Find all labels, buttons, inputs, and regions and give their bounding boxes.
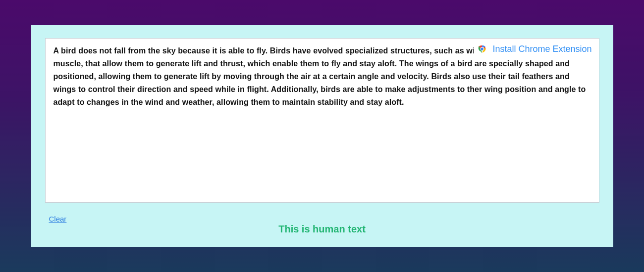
install-extension-button[interactable]: Install Chrome Extension [474,43,592,56]
result-text: This is human text [45,212,599,235]
detector-card: A bird does not fall from the sky becaus… [31,25,613,247]
clear-link[interactable]: Clear [49,215,67,223]
svg-point-2 [481,47,484,50]
input-textbox[interactable]: A bird does not fall from the sky becaus… [45,38,599,203]
install-extension-label: Install Chrome Extension [492,44,591,54]
footer: Clear This is human text [45,212,599,235]
chrome-icon [477,44,487,54]
